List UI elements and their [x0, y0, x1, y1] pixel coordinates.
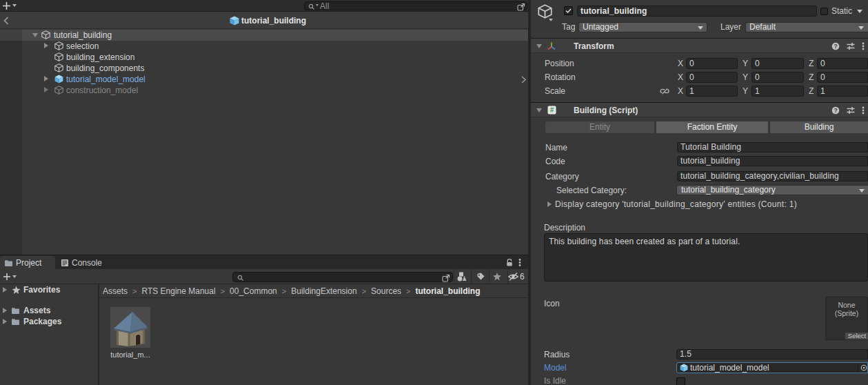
svg-text:#: #	[550, 106, 554, 114]
